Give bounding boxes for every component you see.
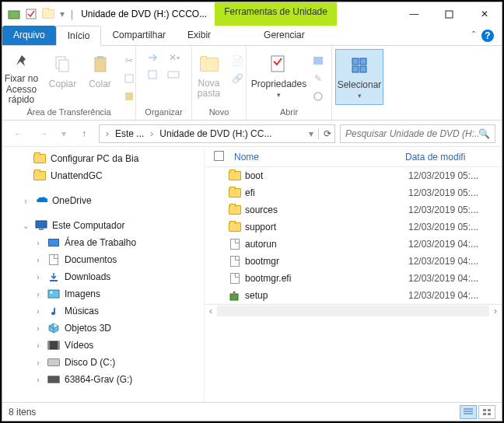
list-item[interactable]: bootmgr12/03/2019 04:... [205,253,502,270]
tree-item[interactable]: Configurar PC da Bia [7,150,204,167]
qat-newfolder-icon[interactable] [41,7,55,21]
address-bar[interactable]: › Este ... › Unidade de DVD (H:) CC... ▾… [99,124,335,143]
svg-rect-27 [230,294,238,300]
tree-downloads[interactable]: ›Downloads [7,268,204,285]
tree-desktop[interactable]: ›Área de Trabalho [7,234,204,251]
file-date: 12/03/2019 04:... [408,256,478,267]
column-headers[interactable]: Nome Data de modifi [205,147,502,167]
list-item[interactable]: bootmgr.efi12/03/2019 04:... [205,270,502,287]
move-to-icon [145,49,163,66]
list-item[interactable]: efi12/03/2019 05:... [205,184,502,201]
pin-button[interactable]: Fixar no Acesso rápido [0,49,44,105]
qat-properties-icon[interactable] [24,7,38,21]
horizontal-scrollbar[interactable]: ‹› [205,304,502,316]
chevron-right-icon[interactable]: › [150,128,153,139]
file-name: boot [242,170,408,181]
window-title: Unidade de DVD (H:) CCCO... [81,9,207,19]
computer-icon [35,219,47,232]
svg-rect-21 [48,290,59,298]
svg-point-13 [314,93,322,100]
onedrive-icon [35,194,47,207]
list-item[interactable]: setup12/03/2019 04:... [205,287,502,304]
new-folder-icon [197,52,222,77]
tab-manage[interactable]: Gerenciar [253,26,316,45]
file-date: 12/03/2019 05:... [408,205,478,215]
file-list[interactable]: Nome Data de modifi boot12/03/2019 05:..… [205,147,502,402]
svg-rect-26 [215,151,224,160]
paste-icon [88,52,113,77]
ribbon-tabs: Arquivo Início Compartilhar Exibir Geren… [2,26,502,46]
close-button[interactable]: ✕ [467,3,502,25]
file-type-icon [228,204,242,216]
navigation-pane[interactable]: Configurar PC da Bia UnattendGC ›OneDriv… [2,147,205,402]
list-item[interactable]: boot12/03/2019 05:... [205,167,502,184]
history-icon [309,88,327,105]
svg-rect-16 [352,66,359,72]
tree-item[interactable]: UnattendGC [7,167,204,184]
tree-videos[interactable]: ›Vídeos [7,337,204,354]
status-bar: 8 itens [2,402,502,421]
refresh-button[interactable]: ⟳ [318,128,331,139]
tab-home[interactable]: Início [56,26,102,46]
list-item[interactable]: sources12/03/2019 05:... [205,201,502,218]
minimize-button[interactable]: — [397,3,432,25]
search-input[interactable] [345,128,478,139]
recent-locations-button[interactable]: ▾ [58,124,69,144]
collapse-ribbon-icon[interactable]: ˆ [472,30,475,41]
svg-rect-28 [483,409,486,411]
objects3d-icon [47,322,60,334]
contextual-tab-header: Ferramentas de Unidade [215,2,337,26]
large-icons-view-button[interactable] [478,405,495,419]
properties-button[interactable]: Propriedades ▾ [251,49,307,105]
group-new-label: Novo [209,106,229,118]
select-button[interactable]: Selecionar ▾ [335,49,383,105]
qat-dropdown-icon[interactable]: ▾ [60,9,65,19]
search-box[interactable]: 🔍 [340,124,495,143]
details-view-button[interactable] [460,405,477,419]
tree-3d-objects[interactable]: ›Objetos 3D [7,320,204,337]
forward-button[interactable]: → [33,124,54,144]
svg-rect-8 [125,93,133,100]
column-date[interactable]: Data de modifi [399,152,471,163]
up-button[interactable]: ↑ [74,124,94,144]
svg-rect-0 [9,11,19,19]
file-type-icon [228,289,242,302]
new-item-icon: 📄 [229,52,247,69]
back-button[interactable]: ← [9,124,29,144]
videos-icon [47,339,60,351]
address-dropdown-icon[interactable]: ▾ [309,128,313,139]
tab-share[interactable]: Compartilhar [101,26,177,45]
tab-view[interactable]: Exibir [177,26,222,45]
chevron-down-icon: ▾ [358,92,362,100]
edit-icon: ✎ [309,70,327,87]
tree-this-pc[interactable]: ⌄Este Computador [7,217,204,234]
pin-icon [9,52,34,72]
svg-rect-4 [59,60,68,72]
tree-drive-g[interactable]: ›63864-Grav (G:) [7,371,204,388]
chevron-right-icon[interactable]: › [106,128,109,139]
select-icon [347,53,372,78]
ribbon: Fixar no Acesso rápido Copiar Colar ✂ Ár… [2,46,502,121]
file-name: bootmgr.efi [242,273,408,284]
svg-rect-14 [352,58,359,65]
tree-documents[interactable]: ›Documentos [7,251,204,268]
list-item[interactable]: support12/03/2019 05:... [205,218,502,236]
navigation-bar: ← → ▾ ↑ › Este ... › Unidade de DVD (H:)… [2,121,502,147]
maximize-button[interactable] [432,3,467,25]
svg-rect-5 [95,58,106,72]
tree-drive-c[interactable]: ›Disco D (C:) [7,354,204,371]
tree-pictures[interactable]: ›Imagens [7,285,204,302]
file-type-icon [228,238,242,250]
column-name[interactable]: Nome [228,152,399,163]
svg-rect-9 [149,71,156,79]
crumb-drive[interactable]: Unidade de DVD (H:) CC... [156,128,275,139]
list-item[interactable]: autorun12/03/2019 04:... [205,236,502,253]
tree-onedrive[interactable]: ›OneDrive [7,192,204,209]
help-icon[interactable]: ? [481,30,494,42]
select-all-checkbox[interactable] [214,151,228,163]
copy-button: Copiar [45,49,81,105]
tab-file[interactable]: Arquivo [2,26,56,45]
tree-music[interactable]: ›Músicas [7,302,204,320]
svg-rect-15 [360,58,366,65]
crumb-computer[interactable]: Este ... [112,128,147,139]
